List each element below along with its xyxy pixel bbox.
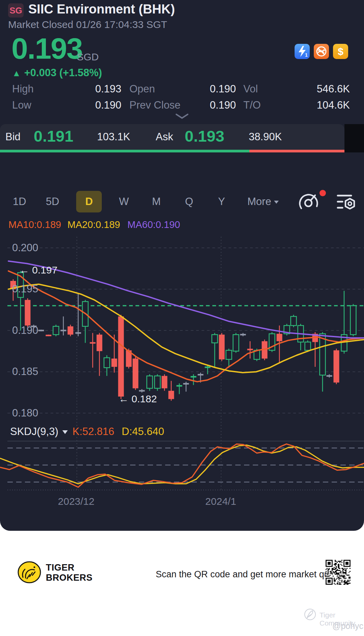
qr-code (326, 560, 351, 585)
y-axis-label: 0.190 (12, 324, 38, 337)
watermark-handle: @pohyc (332, 621, 363, 631)
stat-value-turnover: 104.6K (289, 99, 350, 111)
market-status: Market Closed 01/26 17:04:33 SGT (8, 19, 167, 30)
tab-more[interactable]: More (247, 196, 279, 208)
brand-name-line1: TIGER (46, 562, 74, 573)
tab-q[interactable]: Q (185, 196, 193, 208)
exchange-flag-badge: SG (8, 3, 24, 18)
ask-label: Ask (156, 131, 173, 143)
svg-text:1: 1 (305, 52, 308, 58)
y-axis-label: 0.195 (12, 283, 38, 295)
price-chart[interactable]: ← 0.197← 0.182 (0, 0, 364, 531)
notification-dot (320, 190, 326, 196)
ma10-legend: MA10:0.189 (8, 219, 61, 230)
stat-label-low: Low (12, 99, 31, 111)
ask-ratio-bar (249, 150, 344, 152)
stock-detail-page: ← 0.197← 0.182 SG SIIC Environment (BHK)… (0, 0, 364, 636)
svg-text:← 0.197: ← 0.197 (19, 264, 57, 276)
dollar-icon[interactable]: $ (333, 44, 348, 59)
last-price: 0.193 (11, 34, 82, 63)
ma20-legend: MA20:0.189 (67, 219, 120, 230)
dollar-glyph: $ (338, 46, 343, 57)
bid-ratio-bar (0, 150, 249, 152)
stat-value-vol: 546.6K (289, 83, 350, 95)
qr-caption: Scan the QR code and get more market quo… (156, 569, 346, 580)
y-axis-label: 0.185 (12, 366, 38, 378)
page-title: SIIC Environment (BHK) (28, 2, 175, 17)
stat-label-high: High (12, 83, 34, 95)
tab-w[interactable]: W (119, 196, 129, 208)
chart-settings-icon[interactable] (336, 193, 357, 212)
stat-value-high: 0.193 (71, 83, 121, 95)
stat-label-open: Open (129, 83, 155, 95)
brand-name-line2: BROKERS (46, 573, 93, 583)
y-axis-label: 0.200 (12, 242, 38, 254)
ask-price: 0.193 (185, 127, 224, 145)
y-axis-label: 0.180 (12, 407, 38, 419)
price-change: ▲+0.003 (+1.58%) (12, 67, 102, 79)
skdj-indicator-name[interactable]: SKDJ(9,3) (10, 426, 58, 437)
skdj-k-value: K:52.816 (72, 426, 114, 437)
stat-value-open: 0.190 (175, 83, 236, 95)
tab-more-label: More (247, 196, 271, 207)
up-arrow-icon: ▲ (12, 68, 21, 78)
bid-label: Bid (5, 131, 21, 143)
flash-order-icon[interactable]: 1 (295, 44, 310, 59)
no-trade-icon[interactable] (314, 44, 329, 59)
stat-label-prevclose: Prev Close (129, 99, 181, 111)
gauge-icon[interactable] (298, 192, 320, 212)
chevron-down-icon (274, 201, 279, 204)
x-axis-label: 2024/1 (194, 496, 248, 507)
skdj-legend-row[interactable]: SKDJ(9,3)K:52.816D:45.640 (10, 426, 164, 438)
tab-y[interactable]: Y (218, 196, 225, 208)
tab-d[interactable]: D (85, 196, 93, 208)
stat-label-vol: Vol (243, 83, 258, 95)
tab-1d[interactable]: 1D (13, 196, 26, 208)
tab-m[interactable]: M (152, 196, 161, 208)
stat-label-turnover: T/O (243, 99, 261, 111)
stat-value-low: 0.190 (71, 99, 121, 111)
collapse-chevron-icon[interactable] (175, 113, 189, 121)
change-text: +0.003 (+1.58%) (24, 67, 102, 79)
x-axis-label: 2023/12 (49, 496, 103, 507)
tab-5d[interactable]: 5D (46, 196, 59, 208)
svg-text:← 0.182: ← 0.182 (119, 393, 157, 404)
ask-size: 38.90K (249, 131, 282, 143)
currency-label: SGD (77, 51, 99, 63)
bid-ask-side-gap (344, 124, 364, 152)
bid-size: 103.1K (97, 131, 130, 143)
chevron-down-icon (62, 430, 68, 434)
tiger-brokers-logo (17, 560, 42, 586)
tiger-community-logo (303, 608, 317, 623)
ma60-legend: MA60:0.190 (127, 219, 180, 230)
skdj-d-value: D:45.640 (122, 426, 164, 437)
stat-value-prevclose: 0.190 (175, 99, 236, 111)
bid-price: 0.191 (34, 127, 73, 145)
